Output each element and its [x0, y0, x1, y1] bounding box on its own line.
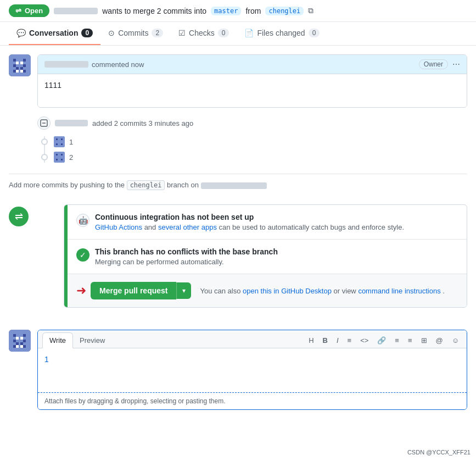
commenter-username: [44, 61, 88, 68]
other-apps-link[interactable]: several other apps: [158, 223, 217, 231]
target-branch[interactable]: master: [211, 7, 241, 15]
activity-username: [55, 120, 88, 126]
github-actions-link[interactable]: GitHub Actions: [95, 223, 142, 231]
files-tab-count: 0: [309, 29, 320, 37]
commit-avatar-1: [54, 136, 65, 147]
editor-tab-preview[interactable]: Preview: [73, 333, 111, 348]
ci-desc-and: and: [144, 223, 158, 231]
editor-footer: Attach files by dragging & dropping, sel…: [38, 392, 467, 409]
toolbar-emoji[interactable]: ☺: [449, 334, 462, 347]
copy-icon[interactable]: ⧉: [308, 6, 313, 15]
comment-menu-icon[interactable]: ⋯: [452, 60, 460, 69]
editor-tab-write[interactable]: Write: [42, 332, 73, 348]
svg-rect-15: [54, 136, 65, 147]
toolbar-unordered-list[interactable]: ≡: [391, 334, 402, 347]
ci-desc: GitHub Actions and several other apps ca…: [95, 223, 404, 231]
toolbar-heading[interactable]: H: [305, 334, 317, 347]
owner-badge: Owner: [419, 59, 448, 69]
tab-conversation[interactable]: 💬 Conversation 0: [9, 22, 100, 45]
activity-icon: [37, 116, 51, 130]
svg-rect-0: [9, 54, 31, 76]
username-blur: [54, 8, 98, 14]
also-text-prefix: You can also: [200, 287, 240, 295]
commit-dot-1: [41, 138, 48, 145]
svg-rect-32: [16, 342, 19, 345]
comment-section: commented now Owner ⋯ 1111: [9, 54, 467, 108]
toolbar-code[interactable]: <>: [357, 334, 372, 347]
svg-rect-1: [13, 59, 16, 62]
merge-pull-request-button[interactable]: Merge pull request: [91, 282, 176, 299]
svg-rect-26: [13, 334, 16, 337]
commit-avatar-2: [54, 152, 65, 163]
repo-url-blur: [201, 182, 267, 189]
or-view-text: or view: [334, 287, 359, 295]
push-info-text-after: branch on: [167, 181, 199, 189]
ci-row: 🤖 Continuous integration has not been se…: [68, 205, 467, 240]
editor-content: 1: [44, 355, 49, 364]
comment-action: commented now: [92, 60, 144, 69]
comment-header: commented now Owner ⋯: [38, 55, 467, 74]
svg-rect-25: [9, 330, 31, 352]
merge-sidebar-icon: ⇌: [9, 207, 29, 226]
editor-textarea[interactable]: 1: [38, 348, 467, 392]
ci-icon: 🤖: [76, 214, 89, 227]
from-text: from: [245, 7, 261, 15]
svg-rect-18: [56, 143, 58, 145]
commit-item: 1: [54, 136, 467, 147]
tabs-bar: 💬 Conversation 0 ⊙ Commits 2 ☑ Checks 0 …: [0, 22, 476, 46]
commits-tab-count: 2: [152, 29, 163, 37]
toolbar-mention[interactable]: @: [433, 334, 446, 347]
svg-rect-20: [54, 152, 65, 163]
toolbar-italic[interactable]: I: [333, 334, 342, 347]
svg-rect-10: [16, 70, 19, 73]
merge-dropdown-button[interactable]: ▾: [176, 282, 191, 299]
open-badge: ⇌ Open: [9, 4, 49, 17]
toolbar-ordered-list[interactable]: ≡: [405, 334, 416, 347]
cli-link[interactable]: command line instructions: [358, 287, 440, 295]
svg-rect-24: [61, 159, 63, 160]
commenter-avatar: [9, 54, 31, 76]
svg-rect-17: [61, 138, 63, 140]
commit-label-2: 2: [69, 153, 73, 162]
toolbar-link[interactable]: 🔗: [374, 334, 389, 347]
svg-rect-9: [13, 70, 16, 73]
arrow-indicator: ➜: [76, 284, 86, 298]
conversation-tab-label: Conversation: [29, 29, 78, 37]
svg-rect-12: [23, 70, 26, 73]
svg-rect-29: [20, 337, 23, 340]
success-icon: ✓: [76, 248, 89, 262]
open-badge-label: Open: [25, 7, 43, 15]
toolbar-task-list[interactable]: ⊞: [418, 334, 430, 347]
conversation-tab-icon: 💬: [16, 29, 26, 37]
commits-activity: added 2 commits 3 minutes ago 1: [37, 116, 467, 163]
tab-files-changed[interactable]: 📄 Files changed 0: [237, 22, 327, 45]
merge-actions: ➜ Merge pull request ▾ You can also open…: [68, 274, 467, 307]
merge-inner: 🤖 Continuous integration has not been se…: [68, 205, 467, 307]
comment-header-left: commented now: [44, 60, 144, 69]
svg-rect-33: [20, 342, 23, 345]
svg-rect-11: [20, 70, 23, 73]
top-bar-description: wants to merge 2 commits into: [102, 7, 206, 15]
period: .: [443, 287, 445, 295]
write-section: Write Preview H B I ≡ <> 🔗 ≡ ≡ ⊞ @ ☺: [9, 330, 467, 410]
source-branch[interactable]: chenglei: [265, 7, 304, 15]
github-desktop-link[interactable]: open this in GitHub Desktop: [243, 287, 332, 295]
tab-checks[interactable]: ☑ Checks 0: [171, 22, 237, 45]
svg-rect-28: [16, 337, 19, 340]
svg-rect-21: [56, 154, 58, 155]
toolbar-bold[interactable]: B: [320, 334, 331, 347]
merge-icon: ⇌: [15, 7, 21, 15]
files-tab-icon: 📄: [244, 29, 254, 37]
tab-commits[interactable]: ⊙ Commits 2: [100, 22, 171, 45]
push-info: Add more commits by pushing to the cheng…: [9, 174, 467, 196]
svg-rect-36: [20, 345, 23, 348]
toolbar-list[interactable]: ≡: [344, 334, 355, 347]
commits-tab-label: Commits: [118, 29, 148, 37]
ci-content: Continuous integration has not been set …: [95, 213, 404, 231]
ci-title: Continuous integration has not been set …: [95, 213, 404, 221]
checks-tab-label: Checks: [189, 29, 215, 37]
svg-rect-5: [13, 64, 16, 67]
left-sidebar-icons: ⇌: [9, 207, 29, 226]
writer-avatar: [9, 330, 31, 352]
activity-header: added 2 commits 3 minutes ago: [37, 116, 467, 130]
